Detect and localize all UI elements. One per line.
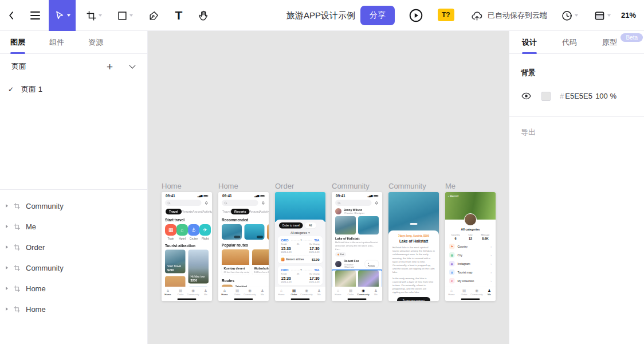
community-icon: ◉ — [357, 289, 370, 293]
document-title[interactable]: 旅游APP设计示例 — [286, 0, 362, 31]
chevron-right-icon: › — [490, 253, 492, 257]
home-icon: ⌂ — [162, 289, 174, 293]
frame-icon — [13, 306, 21, 313]
avatar — [464, 213, 477, 226]
share-button[interactable]: 分享 — [360, 6, 395, 25]
add-page-button[interactable]: + — [107, 61, 113, 72]
panel-layout-icon — [594, 10, 606, 22]
chevron-right-icon: › — [490, 245, 492, 248]
cloud-upload-icon — [471, 10, 483, 22]
frame-label[interactable]: Me — [445, 182, 496, 192]
text-tool-button[interactable]: T — [167, 0, 190, 31]
main-menu-button[interactable] — [23, 0, 47, 31]
status-time: 09:41 — [166, 194, 175, 198]
section-title: Routes — [218, 275, 269, 285]
hamburger-icon — [30, 11, 40, 19]
airline-logo — [281, 258, 285, 261]
expander-icon[interactable] — [6, 307, 8, 311]
hotel-icon: ⌂ — [176, 224, 188, 236]
panel-layout-button[interactable] — [589, 0, 615, 31]
version-history-button[interactable] — [557, 0, 582, 31]
follow-button: + Follow — [365, 260, 379, 268]
layer-row-home-2[interactable]: Home — [0, 299, 147, 319]
expander-icon[interactable] — [6, 225, 8, 228]
tag-dot-icon — [337, 253, 339, 255]
zoom-level-control[interactable]: 21% — [621, 0, 636, 31]
text-tool-icon: T — [175, 9, 183, 22]
menu-item-country: ⚑ Country› — [445, 242, 496, 251]
tab-resources[interactable]: 资源 — [88, 31, 103, 54]
artboard-community-2[interactable]: 7days long, Austria, $999 Lake of Hallst… — [388, 192, 439, 301]
home-indicator — [291, 299, 310, 300]
camera-icon: ◉ — [449, 261, 455, 267]
layer-row-community[interactable]: Community — [0, 196, 147, 216]
frame-label[interactable]: Home — [162, 182, 212, 192]
tab-code[interactable]: 代码 — [562, 31, 577, 54]
expander-icon[interactable] — [6, 245, 8, 249]
tab-components[interactable]: 组件 — [49, 31, 64, 54]
city-icon: ▦ — [449, 252, 455, 258]
status-icons: ▂▄▆ — [254, 194, 265, 197]
frame-label[interactable]: Community — [332, 182, 382, 192]
categories-dropdown: All categories — [275, 229, 325, 237]
chevron-left-icon — [6, 10, 17, 21]
move-tool-button[interactable] — [49, 0, 76, 31]
search-input — [165, 200, 202, 206]
frame-tool-button[interactable] — [81, 0, 107, 31]
eye-visibility-toggle[interactable] — [521, 91, 532, 101]
frame-label[interactable]: Order — [275, 182, 325, 192]
tab-prototype[interactable]: 原型 — [602, 31, 617, 54]
frame-community-2: Community 7days long, Austria, $999 Lake… — [388, 182, 439, 301]
hand-tool-button[interactable] — [191, 0, 215, 31]
expander-icon[interactable] — [6, 204, 8, 208]
home-icon: ⌂ — [218, 289, 231, 293]
discount-badge — [257, 236, 263, 239]
expander-icon[interactable] — [6, 287, 8, 290]
background-hex-value[interactable]: E5E5E5 — [565, 92, 592, 100]
plane-icon: ✈ — [300, 268, 303, 271]
background-color-swatch[interactable] — [541, 92, 551, 101]
home-icon: ⌂ — [445, 289, 458, 293]
category-tabs: Travel Resorts Around Activity — [162, 206, 212, 214]
present-play-button[interactable] — [404, 0, 428, 31]
export-section-title[interactable]: 导出 — [509, 117, 644, 148]
home-icon: ⌂ — [332, 289, 344, 293]
frame-label[interactable]: Home — [218, 182, 269, 192]
layer-row-order[interactable]: Order — [0, 237, 147, 257]
layer-row-home[interactable]: Home — [0, 278, 147, 299]
frame-crop-icon — [86, 10, 97, 21]
rectangle-icon — [117, 10, 128, 21]
status-icons: ▂▄▆ — [197, 194, 208, 197]
tab-design[interactable]: 设计 — [522, 31, 537, 54]
layer-row-me[interactable]: Me — [0, 216, 147, 237]
frame-community-1: Community 09:41 ▂▄▆ Jenny Wilson #Travel… — [332, 182, 382, 301]
pen-tool-button[interactable] — [142, 0, 165, 31]
frame-icon — [13, 285, 21, 292]
home-indicator — [234, 299, 253, 300]
back-button[interactable] — [0, 0, 23, 31]
search-input — [222, 200, 258, 206]
translate-help-badge[interactable]: T? — [438, 9, 454, 21]
shape-tool-button[interactable] — [112, 0, 138, 31]
page-item-1[interactable]: ✓ 页面 1 — [0, 79, 147, 100]
artboard-community-1[interactable]: 09:41 ▂▄▆ Jenny Wilson #Traveler #Design… — [332, 192, 382, 301]
top-toolbar: T 旅游APP设计示例 分享 T? 已自动保存到云端 21% — [0, 0, 644, 31]
pill-order-to-travel: Order to travel — [279, 222, 303, 229]
play-circle-icon — [409, 8, 423, 23]
artboard-me[interactable]: ‹ Record All categories Country6 City12 … — [445, 192, 496, 301]
battery-icon — [374, 195, 378, 197]
design-canvas[interactable]: Home 09:41 ▂▄▆ Travel Resorts Around Act… — [148, 31, 509, 344]
left-panel-tabs: 图层 组件 资源 — [0, 31, 147, 54]
dropdown-caret-icon — [67, 14, 70, 17]
frame-label[interactable]: Community — [388, 182, 439, 192]
artboard-order[interactable]: Order to travel All All categories ORD ✈… — [275, 192, 325, 301]
collapse-pages-icon[interactable] — [129, 62, 135, 68]
background-opacity-value[interactable]: 100 % — [595, 92, 616, 100]
artboard-home-1[interactable]: 09:41 ▂▄▆ Travel Resorts Around Activity… — [162, 192, 212, 301]
tab-around: Around — [193, 210, 203, 213]
artboard-home-2[interactable]: 09:41 ▂▄▆ Travel Resorts Around Activity… — [218, 192, 269, 301]
expander-icon[interactable] — [6, 266, 8, 269]
search-icon — [225, 202, 227, 204]
tab-layers[interactable]: 图层 — [10, 31, 25, 54]
layer-row-community-2[interactable]: Community — [0, 257, 147, 278]
